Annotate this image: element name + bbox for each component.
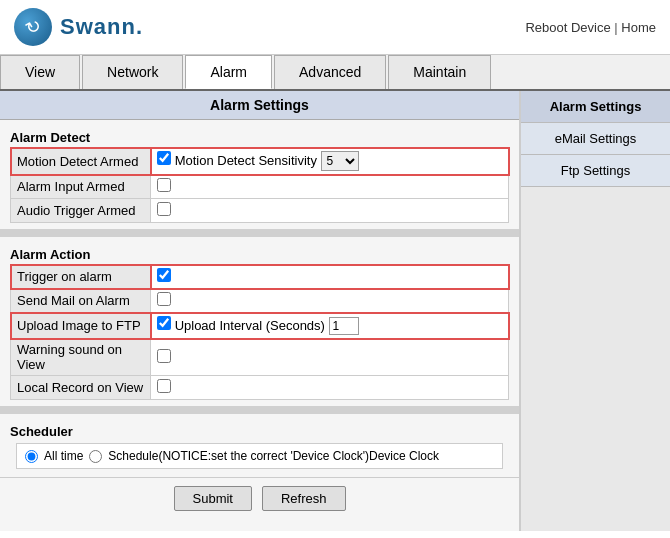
scheduler-schedule-radio[interactable] — [89, 450, 102, 463]
logo-icon: ↻ — [14, 8, 52, 46]
alarm-detect-section: Alarm Detect Motion Detect Armed Motion … — [0, 120, 519, 229]
table-row: Send Mail on Alarm — [11, 289, 509, 313]
trigger-alarm-label: Trigger on alarm — [11, 265, 151, 289]
motion-detect-content: Motion Detect Sensitivity 12345 678910 — [151, 148, 509, 175]
trigger-alarm-content — [151, 265, 509, 289]
table-row: Audio Trigger Armed — [11, 199, 509, 223]
audio-trigger-checkbox[interactable] — [157, 202, 171, 216]
table-row: Motion Detect Armed Motion Detect Sensit… — [11, 148, 509, 175]
sidebar: Alarm Settings eMail Settings Ftp Settin… — [520, 91, 670, 531]
sensitivity-select[interactable]: 12345 678910 — [321, 151, 359, 171]
schedule-label: Schedule(NOTICE:set the correct 'Device … — [108, 449, 439, 463]
button-row: Submit Refresh — [0, 477, 519, 519]
alarm-input-checkbox[interactable] — [157, 178, 171, 192]
page-title: Alarm Settings — [0, 91, 519, 120]
scheduler-options: All time Schedule(NOTICE:set the correct… — [16, 443, 503, 469]
send-mail-content — [151, 289, 509, 313]
warning-sound-label: Warning sound on View — [11, 339, 151, 376]
upload-ftp-checkbox[interactable] — [157, 316, 171, 330]
audio-trigger-content — [151, 199, 509, 223]
logo-text: Swann. — [60, 14, 143, 40]
alarm-action-table: Trigger on alarm Send Mail on Alarm — [10, 264, 509, 400]
table-row: Trigger on alarm — [11, 265, 509, 289]
alarm-input-content — [151, 175, 509, 199]
local-record-content — [151, 376, 509, 400]
alarm-detect-table: Motion Detect Armed Motion Detect Sensit… — [10, 147, 509, 223]
submit-button[interactable]: Submit — [174, 486, 252, 511]
alltime-label: All time — [44, 449, 83, 463]
sensitivity-label: Motion Detect Sensitivity — [175, 153, 317, 168]
sidebar-item-email-settings[interactable]: eMail Settings — [521, 123, 670, 155]
nav-item-network[interactable]: Network — [82, 55, 183, 89]
logo: ↻ Swann. — [14, 8, 143, 46]
audio-trigger-label: Audio Trigger Armed — [11, 199, 151, 223]
table-row: Local Record on View — [11, 376, 509, 400]
table-row: Upload Image to FTP Upload Interval (Sec… — [11, 313, 509, 339]
nav-item-advanced[interactable]: Advanced — [274, 55, 386, 89]
main-layout: Alarm Settings Alarm Detect Motion Detec… — [0, 91, 670, 531]
upload-interval-label: Upload Interval (Seconds) — [175, 318, 325, 333]
local-record-checkbox[interactable] — [157, 379, 171, 393]
reboot-link[interactable]: Reboot Device — [525, 20, 610, 35]
home-link[interactable]: Home — [621, 20, 656, 35]
trigger-alarm-checkbox[interactable] — [157, 268, 171, 282]
refresh-button[interactable]: Refresh — [262, 486, 346, 511]
sidebar-item-alarm-settings[interactable]: Alarm Settings — [521, 91, 670, 123]
content-area: Alarm Settings Alarm Detect Motion Detec… — [0, 91, 520, 531]
send-mail-label: Send Mail on Alarm — [11, 289, 151, 313]
upload-ftp-content: Upload Interval (Seconds) — [151, 313, 509, 339]
nav-item-maintain[interactable]: Maintain — [388, 55, 491, 89]
alarm-detect-title: Alarm Detect — [10, 126, 509, 147]
nav-bar: View Network Alarm Advanced Maintain — [0, 55, 670, 91]
motion-detect-label: Motion Detect Armed — [11, 148, 151, 175]
scheduler-section: Scheduler All time Schedule(NOTICE:set t… — [0, 414, 519, 477]
alarm-input-label: Alarm Input Armed — [11, 175, 151, 199]
warning-sound-content — [151, 339, 509, 376]
alarm-action-title: Alarm Action — [10, 243, 509, 264]
warning-sound-checkbox[interactable] — [157, 349, 171, 363]
upload-ftp-label: Upload Image to FTP — [11, 313, 151, 339]
section-separator-2 — [0, 406, 519, 414]
scheduler-alltime-radio[interactable] — [25, 450, 38, 463]
nav-item-view[interactable]: View — [0, 55, 80, 89]
header: ↻ Swann. Reboot Device | Home — [0, 0, 670, 55]
motion-detect-checkbox[interactable] — [157, 151, 171, 165]
section-separator — [0, 229, 519, 237]
header-links: Reboot Device | Home — [525, 20, 656, 35]
sidebar-item-ftp-settings[interactable]: Ftp Settings — [521, 155, 670, 187]
scheduler-title: Scheduler — [10, 420, 509, 441]
alarm-action-section: Alarm Action Trigger on alarm Send Mail … — [0, 237, 519, 406]
nav-item-alarm[interactable]: Alarm — [185, 55, 272, 89]
send-mail-checkbox[interactable] — [157, 292, 171, 306]
table-row: Warning sound on View — [11, 339, 509, 376]
table-row: Alarm Input Armed — [11, 175, 509, 199]
local-record-label: Local Record on View — [11, 376, 151, 400]
upload-interval-input[interactable] — [329, 317, 359, 335]
